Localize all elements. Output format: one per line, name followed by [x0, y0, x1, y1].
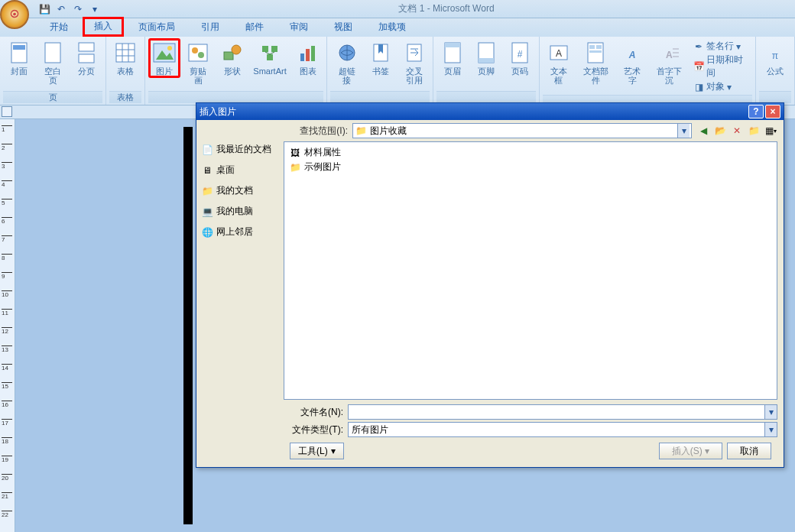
chevron-down-icon: ▾ — [331, 446, 336, 456]
page-edge — [183, 127, 193, 524]
place-network[interactable]: 🌐网上邻居 — [201, 225, 279, 238]
ribbon: 封面 空白页 分页 页 表格 表格 图片 — [0, 37, 795, 105]
signature-line-button[interactable]: ✒签名行▾ — [693, 40, 749, 53]
svg-rect-20 — [267, 54, 273, 60]
hyperlink-button[interactable]: 超链接 — [330, 38, 363, 87]
up-button[interactable]: 📂 — [713, 124, 727, 138]
quick-parts-button[interactable]: 文档部件 — [576, 38, 615, 87]
qat-dropdown-icon[interactable]: ▾ — [89, 3, 101, 15]
tab-start[interactable]: 开始 — [38, 18, 80, 37]
tab-layout[interactable]: 页面布局 — [127, 18, 187, 37]
help-icon: ? — [753, 106, 758, 117]
undo-icon[interactable]: ↶ — [55, 3, 67, 15]
lookin-value: 图片收藏 — [370, 125, 677, 138]
delete-button[interactable]: ✕ — [730, 124, 744, 138]
svg-rect-19 — [271, 46, 277, 52]
table-button[interactable]: 表格 — [109, 38, 141, 78]
cover-page-button[interactable]: 封面 — [3, 38, 35, 78]
chart-button[interactable]: 图表 — [292, 38, 324, 78]
parts-icon — [583, 41, 608, 65]
cancel-button[interactable]: 取消 — [727, 443, 771, 459]
back-button[interactable]: ◀ — [696, 124, 710, 138]
group-illustrations: 图片 剪贴画 形状 SmartArt 图表 — [145, 37, 326, 105]
filetype-label: 文件类型(T): — [284, 423, 343, 436]
dropcap-button[interactable]: A 首字下沉 — [650, 38, 689, 87]
shapes-icon — [220, 41, 245, 65]
title-bar: 💾 ↶ ↷ ▾ 文档 1 - Microsoft Word — [0, 0, 795, 18]
page-number-icon: # — [508, 41, 532, 65]
chevron-down-icon[interactable]: ▾ — [764, 405, 777, 419]
folder-icon: 📁 — [201, 185, 213, 197]
svg-rect-38 — [589, 50, 602, 53]
equation-button[interactable]: π 公式 — [759, 38, 791, 78]
filename-input[interactable] — [349, 407, 764, 417]
ruler-tick: 6 — [2, 217, 12, 225]
smartart-button[interactable]: SmartArt — [249, 38, 290, 78]
bookmark-button[interactable]: 书签 — [365, 38, 397, 78]
chevron-down-icon: ▾ — [705, 446, 709, 456]
clipart-button[interactable]: 剪贴画 — [182, 38, 215, 87]
svg-point-14 — [192, 47, 198, 54]
redo-icon[interactable]: ↷ — [72, 3, 84, 15]
tab-addins[interactable]: 加载项 — [367, 18, 417, 37]
page-break-icon — [74, 41, 99, 65]
dialog-titlebar[interactable]: 插入图片 ? × — [196, 103, 784, 120]
date-time-button[interactable]: 📅日期和时间 — [693, 54, 749, 79]
file-icon: 🖼 — [289, 147, 301, 159]
tab-references[interactable]: 引用 — [190, 18, 231, 37]
tab-view[interactable]: 视图 — [323, 18, 364, 37]
save-icon[interactable]: 💾 — [38, 3, 50, 15]
new-folder-button[interactable]: 📁 — [747, 124, 761, 138]
ruler-tick: 10 — [2, 290, 12, 298]
insert-button[interactable]: 插入(S) ▾ — [659, 443, 722, 459]
back-icon: ◀ — [700, 125, 707, 136]
close-button[interactable]: × — [765, 105, 780, 118]
file-item[interactable]: 🖼材料属性 — [287, 145, 774, 160]
wordart-button[interactable]: A 艺术字 — [617, 38, 648, 87]
svg-rect-30 — [479, 58, 494, 63]
dialog-toolbar: ◀ 📂 ✕ 📁 ▦▾ — [696, 124, 777, 138]
place-desktop[interactable]: 🖥桌面 — [201, 164, 279, 177]
ruler-tick: 1 — [2, 125, 12, 133]
blank-page-button[interactable]: 空白页 — [37, 38, 70, 87]
computer-icon: 💻 — [201, 206, 213, 218]
page-number-button[interactable]: # 页码 — [504, 38, 536, 78]
svg-point-17 — [232, 45, 241, 54]
chevron-down-icon[interactable]: ▾ — [677, 124, 690, 138]
tools-button[interactable]: 工具(L)▾ — [290, 443, 344, 459]
quick-access-toolbar: 💾 ↶ ↷ ▾ — [38, 3, 101, 15]
footer-button[interactable]: 页脚 — [470, 38, 502, 78]
file-list[interactable]: 🖼材料属性 📁示例图片 — [284, 141, 777, 400]
header-button[interactable]: 页眉 — [436, 38, 469, 78]
ruler-corner-icon[interactable] — [2, 106, 12, 117]
filetype-combo[interactable]: 所有图片 ▾ — [348, 422, 777, 437]
svg-rect-3 — [79, 43, 94, 51]
close-icon: × — [770, 106, 775, 117]
ruler-tick: 4 — [2, 180, 12, 188]
page-break-button[interactable]: 分页 — [70, 38, 102, 78]
place-mydocs[interactable]: 📁我的文档 — [201, 184, 279, 197]
cross-reference-button[interactable]: 交叉 引用 — [398, 38, 430, 87]
tab-insert[interactable]: 插入 — [83, 17, 124, 37]
folder-icon: 📁 — [355, 125, 367, 137]
tab-mailings[interactable]: 邮件 — [234, 18, 275, 37]
tab-review[interactable]: 审阅 — [278, 18, 320, 37]
shapes-button[interactable]: 形状 — [216, 38, 248, 78]
picture-button[interactable]: 图片 — [148, 38, 180, 78]
place-mycomputer[interactable]: 💻我的电脑 — [201, 205, 279, 218]
office-button[interactable]: ⦿ — [0, 0, 29, 29]
place-recent[interactable]: 📄我最近的文档 — [201, 143, 279, 156]
help-button[interactable]: ? — [748, 105, 764, 118]
views-button[interactable]: ▦▾ — [764, 124, 777, 138]
dropcap-icon: A — [657, 41, 682, 65]
ruler-tick: 2 — [2, 144, 12, 151]
file-item[interactable]: 📁示例图片 — [287, 160, 774, 174]
signature-icon: ✒ — [693, 41, 704, 52]
object-button[interactable]: ◨对象▾ — [693, 80, 749, 93]
textbox-button[interactable]: A 文本框 — [543, 38, 574, 87]
lookin-combo[interactable]: 📁 图片收藏 ▾ — [352, 123, 692, 138]
chevron-down-icon[interactable]: ▾ — [764, 423, 777, 436]
equation-icon: π — [763, 41, 787, 65]
svg-text:A: A — [628, 50, 636, 60]
ruler-tick: 21 — [2, 492, 12, 500]
